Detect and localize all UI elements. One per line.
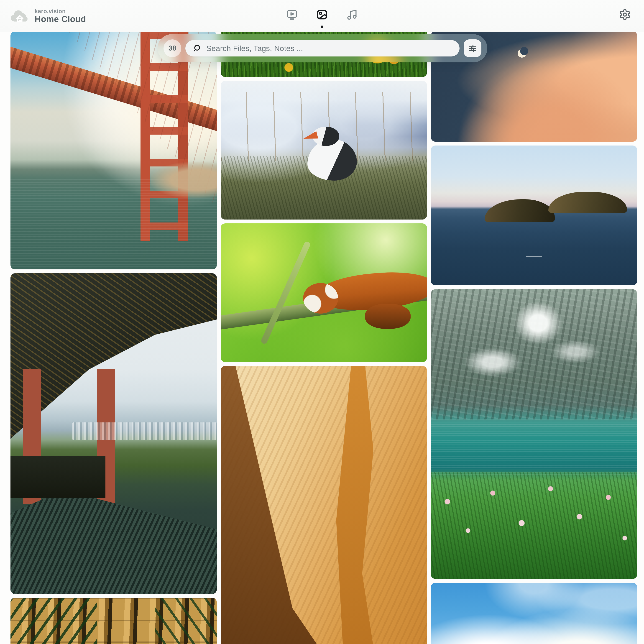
nav-music[interactable]	[346, 8, 358, 21]
photo-golden-gate-bridge[interactable]	[10, 31, 217, 269]
brand-name: karo.vision	[35, 8, 86, 14]
app-titles: karo.vision Home Cloud	[35, 8, 86, 24]
image-icon	[316, 9, 328, 20]
magnifier-icon	[192, 44, 201, 53]
settings-button[interactable]	[618, 8, 631, 21]
photo-puffin[interactable]	[221, 81, 427, 220]
search-input[interactable]	[206, 44, 453, 53]
search-capsule: 38	[158, 34, 487, 62]
page-title: Home Cloud	[35, 14, 86, 24]
tv-play-icon	[286, 9, 298, 20]
gallery-column-2	[221, 0, 427, 644]
gallery-column-1	[10, 31, 217, 644]
media-type-nav	[286, 8, 358, 21]
results-count-badge: 38	[164, 39, 181, 57]
photo-bamboo-grove[interactable]	[10, 598, 217, 644]
search-field[interactable]	[185, 40, 460, 56]
nav-videos[interactable]	[286, 8, 298, 21]
cloud-home-icon	[9, 8, 31, 24]
photo-mountain-lake[interactable]	[431, 289, 637, 579]
gear-icon	[619, 8, 631, 21]
filter-button[interactable]	[464, 39, 481, 57]
app-window: karo.vision Home Cloud	[0, 0, 644, 644]
header-bar: karo.vision Home Cloud	[0, 0, 644, 32]
photo-chinese-pavilion[interactable]	[10, 273, 217, 594]
app-logo: karo.vision Home Cloud	[0, 8, 86, 24]
photo-red-panda[interactable]	[221, 223, 427, 362]
gallery-column-3	[431, 31, 637, 644]
sliders-icon	[468, 43, 478, 53]
music-note-icon	[346, 9, 358, 20]
photo-ocean-islands[interactable]	[431, 146, 637, 285]
photo-blue-sky[interactable]	[431, 583, 637, 644]
photo-sandstone-canyon[interactable]	[221, 366, 427, 644]
nav-photos[interactable]	[316, 8, 328, 21]
